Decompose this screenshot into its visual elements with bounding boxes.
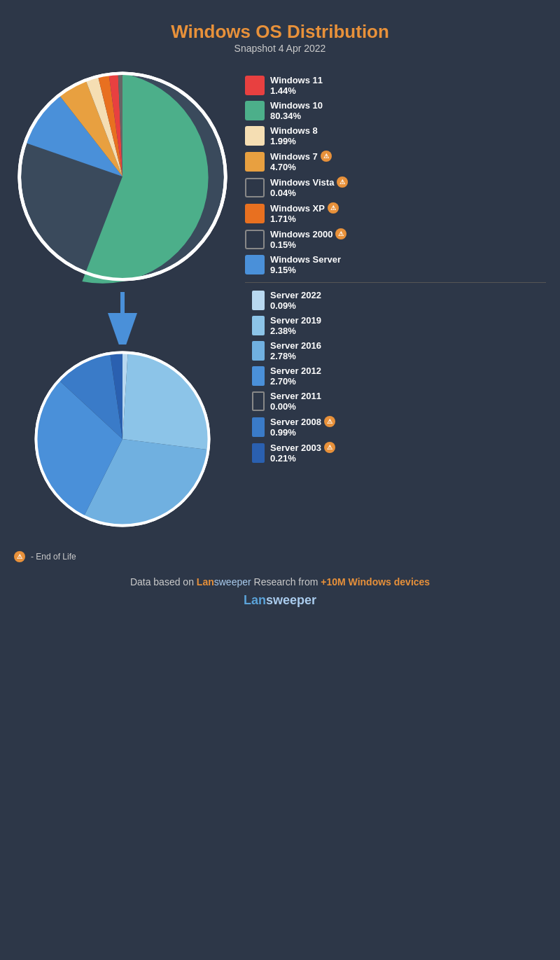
legend-color-winxp [245,204,265,223]
legend-pct-win2000: 0.15% [270,239,346,250]
legend-color-win11 [245,76,265,95]
eol-badge-note: ⚠ [14,551,25,562]
legend-name-server2012: Server 2012 [270,366,321,376]
legend-name-winserver: Windows Server [270,254,341,265]
eol-badge-server2008: ⚠ [324,416,335,427]
legend-item-win7: Windows 7 ⚠ 4.70% [245,151,546,172]
legend-color-server2022 [252,291,265,310]
page-title: Windows OS Distribution [171,21,389,43]
legend-item-win11: Windows 11 1.44% [245,75,546,96]
legend-name-server2019: Server 2019 [270,315,321,326]
legend-name-server2022: Server 2022 [270,290,321,300]
legend-color-server2003 [252,443,265,463]
legend-item-winxp: Windows XP ⚠ 1.71% [245,202,546,224]
eol-badge-winxp: ⚠ [328,202,339,214]
legend-color-win10 [245,101,265,120]
legend-pct-winserver: 9.15% [270,265,341,275]
legend-divider [245,282,546,283]
legend-item-server2012: Server 2012 2.70% [245,366,546,387]
legend-name-win7: Windows 7 ⚠ [270,151,332,162]
legend-pct-server2011: 0.00% [270,401,321,412]
legend-pct-winvista: 0.04% [270,188,348,198]
legend-item-server2019: Server 2019 2.38% [245,315,546,336]
legend-pct-win10: 80.34% [270,111,323,121]
legend-name-server2003: Server 2003 ⚠ [270,442,335,453]
legend-color-server2012 [252,366,265,386]
legend-name-winvista: Windows Vista ⚠ [270,176,348,188]
legend-color-winvista [245,178,265,197]
eol-badge-winvista: ⚠ [337,176,348,188]
legend-item-server2022: Server 2022 0.09% [245,290,546,311]
legend-item-server2011: Server 2011 0.00% [245,391,546,412]
legend-name-winxp: Windows XP ⚠ [270,202,339,214]
legend-item-win8: Windows 8 1.99% [245,125,546,146]
eol-note: ⚠ - End of Life [14,551,546,562]
footer-logo: Lansweeper [14,593,546,608]
legend-name-win8: Windows 8 [270,125,318,136]
legend-color-win2000 [245,230,265,249]
legend-color-win7 [245,152,265,172]
legend-name-server2011: Server 2011 [270,391,321,401]
legend-item-win2000: Windows 2000 ⚠ 0.15% [245,228,546,250]
legend-item-server2008: Server 2008 ⚠ 0.99% [245,416,546,438]
footer: ⚠ - End of Life Data based on Lansweeper… [14,551,546,608]
legend-pct-win8: 1.99% [270,136,318,146]
legend-item-winvista: Windows Vista ⚠ 0.04% [245,176,546,198]
legend-color-server2016 [252,341,265,361]
legend-item-win10: Windows 10 80.34% [245,100,546,121]
legend-name-server2008: Server 2008 ⚠ [270,416,335,427]
legend-pct-win7: 4.70% [270,162,332,172]
legend-color-win8 [245,126,265,146]
legend-pct-win11: 1.44% [270,85,323,96]
legend: Windows 11 1.44% Windows 10 80.34% Windo… [245,75,546,464]
legend-pct-server2003: 0.21% [270,453,335,464]
eol-badge-win2000: ⚠ [335,228,346,239]
legend-item-server2016: Server 2016 2.78% [245,340,546,361]
page-subtitle: Snapshot 4 Apr 2022 [234,43,326,54]
legend-color-server2019 [252,316,265,335]
legend-pct-server2022: 0.09% [270,300,321,311]
main-pie-chart [14,68,231,285]
legend-name-win11: Windows 11 [270,75,323,85]
legend-color-winserver [245,255,265,274]
legend-pct-server2016: 2.78% [270,351,321,361]
legend-pct-server2008: 0.99% [270,427,335,438]
eol-badge-server2003: ⚠ [324,442,335,453]
legend-color-server2011 [252,391,265,411]
eol-badge-win7: ⚠ [321,151,332,162]
legend-name-win2000: Windows 2000 ⚠ [270,228,346,239]
legend-item-server2003: Server 2003 ⚠ 0.21% [245,442,546,464]
legend-pct-winxp: 1.71% [270,214,339,224]
legend-item-winserver: Windows Server 9.15% [245,254,546,275]
legend-name-win10: Windows 10 [270,100,323,111]
legend-pct-server2012: 2.70% [270,376,321,387]
legend-color-server2008 [252,417,265,437]
drill-down-arrow [102,288,144,345]
server-pie-chart [31,348,214,530]
legend-pct-server2019: 2.38% [270,326,321,336]
legend-name-server2016: Server 2016 [270,340,321,351]
footer-data-text: Data based on Lansweeper Research from +… [14,576,546,587]
